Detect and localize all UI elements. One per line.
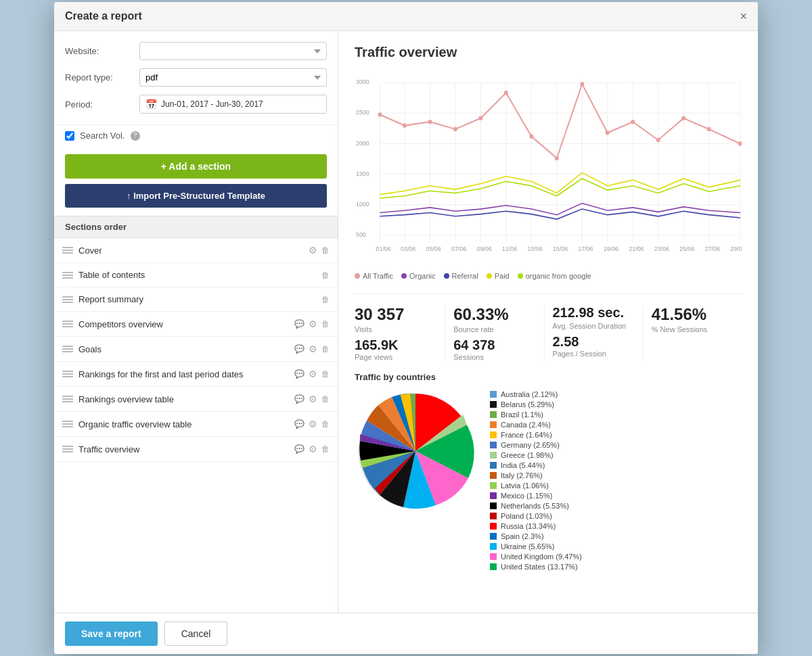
organic-dot (401, 273, 407, 279)
bounce-value: 60.33% (453, 305, 535, 324)
drag-handle[interactable] (62, 346, 73, 352)
svg-text:27/06: 27/06 (705, 245, 720, 252)
drag-handle[interactable] (62, 396, 73, 402)
settings-icon[interactable]: ⚙ (309, 369, 317, 379)
delete-icon[interactable]: 🗑 (321, 344, 330, 354)
legend-referral: Referral (444, 272, 478, 280)
drag-handle[interactable] (62, 296, 73, 303)
delete-icon[interactable]: 🗑 (321, 444, 330, 454)
settings-icon[interactable]: ⚙ (309, 419, 317, 429)
pie-legend-color (490, 421, 497, 428)
comment-icon[interactable]: 💬 (294, 419, 304, 429)
svg-text:17/06: 17/06 (578, 245, 593, 252)
pie-legend-item: Greece (1.98%) (490, 451, 582, 459)
new-sessions-label: % New Sessions (652, 325, 734, 333)
modal-footer: Save a report Cancel (54, 613, 758, 654)
drag-handle[interactable] (62, 272, 73, 279)
website-row: Website: (65, 42, 327, 60)
stat-new-sessions: 41.56% % New Sessions (644, 305, 742, 361)
sessions-value: 64 378 (453, 337, 535, 353)
pie-legend-label: Greece (1.98%) (501, 451, 554, 459)
report-type-label: Report type: (65, 72, 139, 83)
comment-icon[interactable]: 💬 (294, 444, 304, 454)
pie-legend-color (490, 482, 497, 489)
period-input[interactable]: 📅 Jun-01, 2017 - Jun-30, 2017 (139, 95, 327, 114)
comment-icon[interactable]: 💬 (294, 319, 304, 329)
pie-legend-item: Spain (2.3%) (490, 532, 582, 540)
drag-handle[interactable] (62, 446, 73, 452)
create-report-modal: Create a report × Website: Report type: (54, 2, 758, 654)
svg-text:500: 500 (356, 231, 366, 238)
section-name: Goals (78, 344, 289, 354)
modal-header: Create a report × (54, 2, 758, 31)
svg-text:2000: 2000 (356, 139, 369, 146)
drag-handle[interactable] (62, 321, 73, 327)
pie-legend-label: Canada (2.4%) (501, 421, 551, 429)
settings-icon[interactable]: ⚙ (309, 444, 317, 454)
pie-section: Australia (2.12%)Belarus (5.29%)Brazil (… (355, 390, 742, 571)
drag-handle[interactable] (62, 421, 73, 427)
svg-text:11/06: 11/06 (502, 245, 517, 252)
report-type-select[interactable]: pdf html csv (139, 68, 327, 87)
svg-text:25/06: 25/06 (679, 245, 694, 252)
search-vol-label: Search Vol. (80, 131, 125, 141)
section-name: Rankings overview table (78, 394, 289, 404)
add-section-button[interactable]: + Add a section (65, 154, 327, 179)
settings-icon[interactable]: ⚙ (309, 394, 317, 404)
preview-title: Traffic overview (355, 45, 742, 60)
bounce-label: Bounce rate (453, 325, 535, 333)
section-actions: ⚙🗑 (309, 245, 330, 256)
pie-legend-label: Netherlands (5.53%) (501, 502, 569, 510)
save-report-button[interactable]: Save a report (65, 622, 158, 646)
settings-icon[interactable]: ⚙ (309, 344, 317, 354)
search-vol-checkbox[interactable] (65, 131, 74, 141)
organic-label: Organic (409, 272, 436, 280)
organic-google-label: organic from google (526, 272, 591, 280)
svg-text:03/06: 03/06 (401, 245, 415, 252)
svg-point-33 (529, 134, 533, 138)
referral-label: Referral (452, 272, 478, 280)
section-name: Table of contents (78, 270, 316, 280)
pie-legend-item: Canada (2.4%) (490, 421, 582, 429)
duration-label: Avg. Session Duration (553, 322, 635, 330)
pages-session-label: Pages / Session (553, 350, 635, 358)
delete-icon[interactable]: 🗑 (321, 369, 330, 379)
section-item: Rankings for the first and last period d… (54, 362, 338, 387)
pie-legend-color (490, 553, 497, 560)
close-button[interactable]: × (740, 10, 747, 22)
sessions-label: Sessions (453, 353, 535, 361)
settings-icon[interactable]: ⚙ (309, 319, 317, 329)
import-template-button[interactable]: ↑ Import Pre-Structured Template (65, 184, 327, 208)
period-label: Period: (65, 99, 139, 110)
pie-legend-item: Mexico (1.15%) (490, 492, 582, 500)
visits-value: 30 357 (355, 305, 436, 324)
svg-point-29 (428, 120, 432, 124)
svg-text:09/06: 09/06 (476, 245, 491, 252)
svg-text:19/06: 19/06 (604, 245, 618, 252)
delete-icon[interactable]: 🗑 (321, 245, 330, 255)
pie-legend-item: Australia (2.12%) (490, 390, 582, 398)
pie-legend-color (490, 472, 497, 479)
duration-value: 212.98 sec. (553, 305, 635, 321)
comment-icon[interactable]: 💬 (294, 369, 304, 379)
sections-order-header: Sections order (54, 216, 338, 238)
chart-container: .grid-line { stroke: #e0e0e0; stroke-wid… (355, 71, 742, 294)
delete-icon[interactable]: 🗑 (321, 319, 330, 329)
drag-handle[interactable] (62, 247, 73, 254)
drag-handle[interactable] (62, 371, 73, 377)
pie-legend-color (490, 543, 497, 550)
section-name: Cover (78, 245, 303, 256)
delete-icon[interactable]: 🗑 (321, 295, 330, 304)
cancel-button[interactable]: Cancel (164, 622, 228, 646)
paid-dot (487, 273, 492, 279)
website-select[interactable] (139, 42, 327, 60)
settings-icon[interactable]: ⚙ (309, 245, 317, 256)
delete-icon[interactable]: 🗑 (321, 419, 330, 429)
pie-legend-label: India (5.44%) (501, 461, 545, 469)
comment-icon[interactable]: 💬 (294, 394, 304, 404)
section-name: Competitors overview (78, 319, 289, 329)
delete-icon[interactable]: 🗑 (321, 394, 330, 404)
comment-icon[interactable]: 💬 (294, 344, 304, 354)
help-icon[interactable]: ? (131, 131, 140, 141)
delete-icon[interactable]: 🗑 (321, 271, 330, 280)
